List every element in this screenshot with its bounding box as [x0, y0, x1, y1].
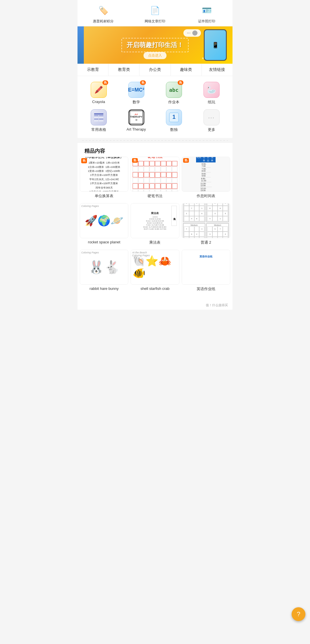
hot-badge-unit: 热	[81, 158, 87, 163]
card-rocket[interactable]: Coloring Pages 🚀🌍🪐 rocket space planet	[80, 203, 128, 245]
banner-cta-button[interactable]: 点击进入	[144, 52, 166, 59]
web-print-label: 网络文章打印	[145, 19, 165, 24]
content-row-1: 热 小学数学公式（单位换算） 1厘米=10毫米 1米=10分米 1分米=10厘米…	[80, 157, 230, 199]
math-label: 数学	[133, 100, 140, 105]
label-sudoku-puzzle: 普通 2	[182, 240, 230, 245]
coloring-pages-label-1: Coloring Pages	[81, 205, 99, 207]
table-svg	[94, 112, 104, 123]
paper-play-label: 纸玩	[208, 100, 215, 105]
svg-rect-5	[94, 119, 98, 120]
coloring-pages-label-2: Coloring Pages	[81, 251, 99, 254]
svg-rect-0	[94, 113, 103, 115]
svg-rect-7	[94, 120, 98, 121]
label-schedule: 作息时间表	[182, 193, 230, 199]
tab-education-demo[interactable]: 示教育	[78, 64, 108, 76]
banner-more-button[interactable]: ···	[183, 29, 201, 37]
icon-crayola[interactable]: 🖍️ 热 Crayola	[80, 79, 117, 107]
banner[interactable]: 开启萌趣打印生活！ 点击进入 📱 ···	[78, 26, 232, 64]
thumb-unit-table: 热 小学数学公式（单位换算） 1厘米=10毫米 1米=10分米 1分米=10厘米…	[80, 157, 128, 192]
svg-rect-1	[94, 115, 98, 116]
content-row-2: Coloring Pages 🚀🌍🪐 rocket space planet 九…	[80, 203, 230, 245]
tab-fun[interactable]: 趣味类	[171, 64, 202, 76]
id-photo-icon: 🪪	[200, 3, 214, 17]
svg-rect-2	[99, 115, 103, 116]
coloring-pages-sublabel: Coloring Pages	[132, 254, 150, 257]
icon-row-2: 常用表格 Art THERAPY ⊕ Art Therapy 1 数独	[78, 107, 232, 135]
banner-phone-screen: 📱	[205, 30, 226, 60]
id-photo-label: 证件照打印	[198, 19, 215, 24]
label-rabbit: rabbit hare bunny	[80, 286, 128, 291]
card-rabbit[interactable]: Coloring Pages 🐰🐇 rabbit hare bunny	[80, 250, 128, 292]
icon-sudoku[interactable]: 1 数独	[155, 107, 193, 135]
shortcut-hp-points[interactable]: 🏷️ 惠普耗材积分	[78, 3, 129, 24]
hot-badge-homework: 热	[178, 80, 183, 85]
top-shortcuts: 🏷️ 惠普耗材积分 📄 网络文章打印 🪪 证件照打印	[78, 0, 232, 26]
premium-content-section: 精品内容 热 小学数学公式（单位换算） 1厘米=10毫米 1米=10分米 1分米…	[78, 143, 232, 301]
banner-phone-mockup: 📱	[204, 29, 227, 61]
sudoku-label: 数独	[170, 127, 178, 132]
coloring-pages-label-3: At the Beach	[132, 251, 147, 254]
card-unit-table[interactable]: 热 小学数学公式（单位换算） 1厘米=10毫米 1米=10分米 1分米=10厘米…	[80, 157, 128, 199]
thumb-mult-table: 九九乘法表 乘法表 1×3=3 2×3=64+3=16 5×11=4+3=165…	[131, 203, 179, 238]
thumb-schedule: 热 作息时间表 日志 时间 任务 日志 清单 6:30-7:30 7:30-8:…	[182, 157, 230, 192]
homework-label: 作业本	[168, 100, 179, 105]
banner-main-text: 开启萌趣打印生活！	[121, 38, 189, 52]
sudoku-grid: Medium 53 71 26 48	[183, 203, 229, 238]
crayola-icon: 🖍️ 热	[91, 82, 107, 98]
section-divider	[82, 140, 228, 141]
icon-row-1: 🖍️ 热 Crayola E=MC² 热 数学 abc 热 作业本 🦢 纸玩	[78, 79, 232, 107]
homework-icon: abc 热	[166, 82, 182, 98]
premium-section-title: 精品内容	[80, 143, 230, 157]
common-table-label: 常用表格	[91, 127, 106, 132]
svg-rect-8	[99, 120, 103, 121]
label-english-worksheet: 英语作业纸	[182, 286, 230, 292]
label-mult-table: 乘法表	[131, 240, 179, 245]
card-shell[interactable]: At the Beach Coloring Pages 🐚⭐🦀🐠 shell s…	[131, 250, 179, 292]
card-calligraphy[interactable]: 热 硬笔书法 硬笔书法	[131, 157, 179, 199]
thumb-rocket: Coloring Pages 🚀🌍🪐	[80, 203, 128, 238]
shortcut-web-print[interactable]: 📄 网络文章打印	[129, 3, 181, 24]
thumb-english-worksheet: 英语作业纸	[182, 250, 230, 285]
icon-common-table[interactable]: 常用表格	[80, 107, 117, 135]
bottom-hint: 值！什么值得买	[78, 301, 232, 310]
hot-badge-crayola: 热	[102, 80, 108, 85]
svg-rect-6	[99, 119, 103, 120]
tab-links[interactable]: 友情链接	[202, 64, 232, 76]
label-calligraphy: 硬笔书法	[131, 193, 179, 199]
shortcut-id-photo[interactable]: 🪪 证件照打印	[181, 3, 232, 24]
tab-office[interactable]: 办公类	[140, 64, 170, 76]
icon-more[interactable]: ··· 更多	[193, 107, 230, 135]
thumb-shell: At the Beach Coloring Pages 🐚⭐🦀🐠	[131, 250, 179, 285]
icon-grid: 🖍️ 热 Crayola E=MC² 热 数学 abc 热 作业本 🦢 纸玩	[78, 76, 232, 138]
label-rocket: rocket space planet	[80, 240, 128, 244]
common-table-icon	[91, 109, 107, 125]
sudoku-icon: 1	[166, 109, 182, 125]
card-english-worksheet[interactable]: 英语作业纸	[182, 250, 230, 292]
art-therapy-icon-wrapper: Art THERAPY ⊕	[128, 109, 144, 125]
calli-grid	[133, 161, 177, 192]
tab-education[interactable]: 教育类	[108, 64, 140, 76]
card-sudoku-puzzle[interactable]: Number Puzzles Medium 53 71 26	[182, 203, 230, 245]
art-therapy-label: Art Therapy	[127, 127, 146, 131]
svg-rect-3	[94, 117, 98, 118]
thumb-rabbit: Coloring Pages 🐰🐇	[80, 250, 128, 285]
label-unit-table: 单位换算表	[80, 193, 128, 199]
sudoku-svg: 1	[169, 112, 179, 123]
banner-circle-icon	[192, 30, 197, 36]
svg-text:1: 1	[172, 114, 175, 120]
card-mult-table[interactable]: 九九乘法表 乘法表 1×3=3 2×3=64+3=16 5×11=4+3=165…	[131, 203, 179, 245]
hot-badge-schedule: 热	[183, 158, 189, 163]
more-label: 更多	[208, 127, 215, 132]
hot-badge-math: 热	[140, 80, 146, 85]
svg-rect-4	[99, 117, 103, 118]
hp-points-label: 惠普耗材积分	[93, 19, 114, 24]
icon-homework[interactable]: abc 热 作业本	[155, 79, 193, 107]
icon-paper-play[interactable]: 🦢 纸玩	[193, 79, 230, 107]
card-schedule[interactable]: 热 作息时间表 日志 时间 任务 日志 清单 6:30-7:30 7:30-8:…	[182, 157, 230, 199]
label-shell: shell starfish crab	[131, 286, 179, 291]
icon-art-therapy[interactable]: Art THERAPY ⊕ Art Therapy	[117, 107, 155, 135]
thumb-sudoku-puzzle: Number Puzzles Medium 53 71 26	[182, 203, 230, 238]
icon-math[interactable]: E=MC² 热 数学	[117, 79, 155, 107]
category-tabs: 示教育 教育类 办公类 趣味类 友情链接	[78, 64, 232, 76]
content-row-3: Coloring Pages 🐰🐇 rabbit hare bunny At t…	[80, 250, 230, 292]
